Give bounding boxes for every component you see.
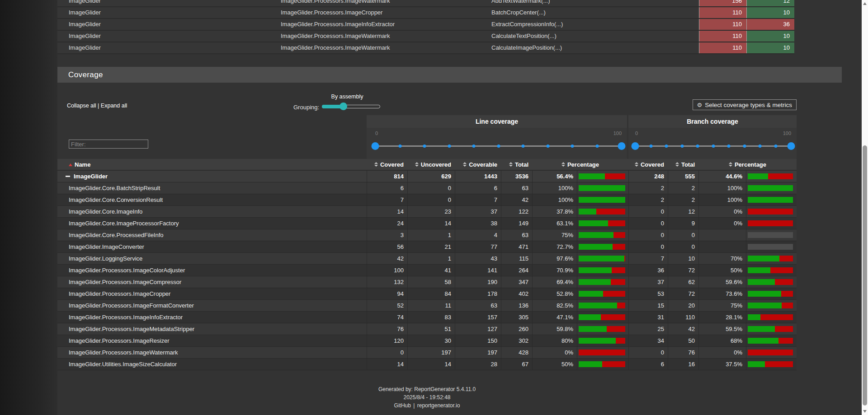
row-name-label[interactable]: ImageGlider.Processors.ImageColorAdjuste… [69, 267, 185, 274]
branch-total-cell: 72 [668, 265, 698, 276]
collapse-all-link[interactable]: Collapse all [67, 103, 96, 109]
range-tick [696, 145, 699, 148]
select-coverage-types-button[interactable]: ⚙ Select coverage types & metrics [693, 99, 797, 110]
coverage-bar [579, 338, 625, 344]
hotspot-class-link[interactable]: ImageGlider.Processors.ImageWatermark [279, 0, 489, 6]
range-max-label: 100 [613, 131, 622, 136]
reportgenerator-site-link[interactable]: reportgenerator.io [417, 402, 460, 409]
filter-input[interactable] [69, 140, 148, 149]
coverage-bar [748, 197, 793, 203]
coverage-bar [579, 279, 625, 285]
row-name-label[interactable]: ImageGlider.Core.ProcessedFileInfo [69, 232, 164, 238]
hotspot-method-link[interactable]: BatchCropCenter(...) [489, 7, 699, 18]
line-percentage-cell: 100% [532, 182, 577, 194]
header-branch-percentage[interactable]: Percentage [698, 159, 797, 170]
branch-coverage-bar-cell [746, 335, 797, 346]
line-percentage-cell: 75% [532, 229, 577, 241]
range-handle-min[interactable] [632, 142, 639, 150]
scrollbar-down-arrow-icon[interactable] [863, 410, 867, 413]
row-name-cell: ImageGlider.Core.ImageInfo [57, 206, 367, 217]
header-line-coverable[interactable]: Coverable [455, 159, 501, 170]
row-name-label[interactable]: ImageGlider.ImageConverter [69, 243, 144, 250]
coverage-bar [579, 232, 625, 238]
branch-percentage-cell: 59.5% [698, 323, 746, 335]
collapse-icon[interactable] [66, 176, 70, 177]
table-row: ImageGlider.Processors.ImageCropper94841… [57, 288, 797, 300]
line-coverage-range-cell: 0 100 [367, 128, 628, 159]
row-name-cell: ImageGlider.Processors.ImageInfoExtracto… [57, 312, 367, 323]
line-coverable-cell: 7 [455, 194, 501, 205]
header-line-covered[interactable]: Covered [367, 159, 407, 170]
line-coverage-bar-cell [577, 182, 628, 194]
branch-total-cell: 9 [668, 218, 698, 229]
row-name-label[interactable]: ImageGlider.Core.ImageInfo [69, 208, 142, 215]
branch-percentage-cell: 50% [698, 265, 746, 276]
branch-covered-cell: 2 [628, 182, 668, 194]
header-name[interactable]: Name [57, 159, 367, 170]
header-line-total[interactable]: Total [501, 159, 532, 170]
hotspot-method-link[interactable]: AddTextWatermark(...) [489, 0, 699, 6]
row-name-label[interactable]: ImageGlider.Processors.ImageWatermark [69, 349, 178, 356]
range-min-label: 0 [635, 131, 638, 136]
branch-coverage-range-slider[interactable]: 0 100 [635, 128, 791, 159]
coverage-bar [579, 209, 625, 214]
header-line-percentage[interactable]: Percentage [532, 159, 628, 170]
header-branch-covered[interactable]: Covered [628, 159, 668, 170]
hotspot-class-link[interactable]: ImageGlider.Processors.ImageWatermark [279, 31, 489, 42]
coverage-bar [748, 256, 793, 261]
branch-total-cell: 2 [668, 182, 698, 194]
github-link[interactable]: GitHub [394, 402, 411, 409]
row-name-label[interactable]: ImageGlider.LoggingService [69, 255, 142, 262]
range-handle-min[interactable] [372, 142, 379, 150]
coverage-bar-fill [748, 173, 768, 179]
header-branch-total[interactable]: Total [668, 159, 698, 170]
row-name-label[interactable]: ImageGlider.Processors.ImageMetadataStri… [69, 326, 194, 332]
line-coverage-bar-cell [577, 194, 628, 205]
hotspot-class-link[interactable]: ImageGlider.Processors.ImageCropper [279, 7, 489, 18]
range-handle-max[interactable] [618, 142, 626, 150]
line-covered-cell: 814 [367, 171, 407, 182]
line-uncovered-cell: 83 [407, 312, 455, 323]
scrollbar[interactable] [862, 0, 868, 415]
coverage-bar [748, 291, 793, 297]
header-name-label: Name [75, 161, 90, 168]
row-name-label[interactable]: ImageGlider.Core.ImageProcessorFactory [69, 220, 179, 227]
range-handle-max[interactable] [788, 142, 795, 150]
grouping-slider[interactable] [322, 105, 380, 108]
row-name-label[interactable]: ImageGlider.Core.BatchStripResult [69, 185, 160, 191]
hotspot-class-link[interactable]: ImageGlider.Processors.ImageWatermark [279, 42, 489, 53]
line-percentage-cell: 70.9% [532, 265, 577, 276]
coverage-bar [579, 173, 625, 179]
row-name-label[interactable]: ImageGlider.Processors.ImageFormatConver… [69, 302, 194, 309]
header-line-uncovered[interactable]: Uncovered [407, 159, 455, 170]
branch-total-cell: 62 [668, 276, 698, 288]
expand-all-link[interactable]: Expand all [101, 103, 127, 109]
branch-coverage-bar-cell [746, 182, 797, 194]
row-name-label[interactable]: ImageGlider.Processors.ImageCompressor [69, 279, 181, 285]
coverage-bar-fill [579, 291, 603, 297]
row-name-cell: ImageGlider.Processors.ImageColorAdjuste… [57, 265, 367, 276]
row-name-label[interactable]: ImageGlider.Processors.ImageCropper [69, 290, 170, 297]
grouping-slider-thumb[interactable] [340, 103, 347, 110]
row-name-label[interactable]: ImageGlider.Utilities.ImageSizeCalculato… [69, 361, 177, 368]
branch-covered-cell: 6 [628, 359, 668, 370]
hotspot-class-link[interactable]: ImageGlider.Processors.ImageInfoExtracto… [279, 19, 489, 30]
coverage-controls: Collapse all | Expand all Grouping: By a… [57, 83, 797, 115]
line-uncovered-cell: 0 [407, 182, 455, 194]
footer-links: GitHub | reportgenerator.io [57, 401, 797, 410]
hotspot-method-link[interactable]: ExtractCompressionInfo(...) [489, 19, 699, 30]
branch-percentage-cell: 100% [698, 194, 746, 205]
line-coverage-range-slider[interactable]: 0 100 [375, 128, 622, 159]
hotspot-method-link[interactable]: CalculateTextPosition(...) [489, 31, 699, 42]
row-name-label[interactable]: ImageGlider.Processors.ImageInfoExtracto… [69, 314, 183, 321]
branch-covered-cell: 25 [628, 323, 668, 335]
coverage-bar-fill [579, 303, 617, 308]
coverage-bar [748, 185, 793, 191]
header-covered-label: Covered [380, 161, 404, 168]
hotspot-method-link[interactable]: CalculateImagePosition(...) [489, 42, 699, 53]
scrollbar-up-arrow-icon[interactable] [863, 2, 867, 5]
range-tick [571, 145, 574, 148]
row-name-label[interactable]: ImageGlider.Core.ConversionResult [69, 196, 163, 203]
scrollbar-thumb[interactable] [863, 145, 867, 406]
row-name-label[interactable]: ImageGlider.Processors.ImageResizer [69, 337, 170, 344]
